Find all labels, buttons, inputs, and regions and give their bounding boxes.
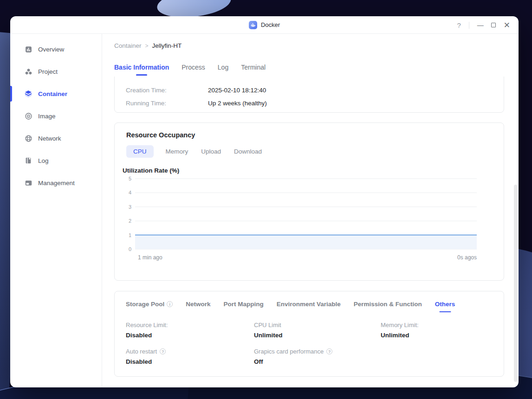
resource-occupancy-card: Resource Occupancy CPU Memory Upload Dow… (114, 122, 504, 281)
container-icon (24, 90, 32, 98)
help-icon[interactable]: ? (457, 21, 461, 29)
sidebar-item-log[interactable]: Log (10, 149, 102, 172)
sidebar-item-label: Project (38, 68, 58, 75)
main-content: Container > Jellyfin-HT Basic Informatio… (102, 34, 519, 387)
tab-basic-information[interactable]: Basic Information (114, 64, 169, 77)
tab-storage-pool-label: Storage Pool (126, 301, 164, 308)
field-graphics-card-performance: Grapics card performance ? Off (254, 348, 381, 365)
sidebar-item-image[interactable]: Image (10, 105, 102, 127)
sidebar-item-label: Container (38, 90, 67, 97)
svg-text:1: 1 (129, 232, 131, 238)
metric-tab-cpu[interactable]: CPU (126, 145, 154, 158)
tab-permission-function[interactable]: Permission & Function (354, 301, 422, 311)
tab-port-mapping[interactable]: Port Mapping (224, 301, 264, 311)
memory-limit-label: Memory Limit: (381, 322, 493, 328)
window-title: Docker (261, 21, 280, 28)
sidebar-item-network[interactable]: Network (10, 127, 102, 149)
sidebar-item-management[interactable]: Management (10, 172, 102, 194)
sidebar-item-overview[interactable]: Overview (10, 38, 102, 60)
info-row-running-time: Running Time: Up 2 weeks (healthy) (126, 97, 493, 109)
svg-text:3: 3 (129, 204, 131, 210)
field-memory-limit: Memory Limit: Unlimited (381, 322, 493, 339)
breadcrumb-container-link[interactable]: Container (114, 42, 142, 49)
info-circle-icon[interactable]: i (167, 301, 173, 307)
svg-text:0: 0 (129, 246, 131, 252)
svg-text:4: 4 (129, 190, 131, 195)
graphics-card-performance-value: Off (254, 358, 381, 365)
detail-tabs: Storage Pool i Network Port Mapping Envi… (126, 301, 493, 311)
creation-time-label: Creation Time: (126, 87, 208, 94)
cpu-limit-value: Unlimited (254, 332, 381, 339)
sidebar-item-label: Image (38, 113, 56, 120)
docker-app-window: Docker ? — ✕ Overview Project (10, 16, 519, 387)
utilization-chart-svg: 0123451 min ago0s agos (124, 175, 491, 268)
sidebar-item-label: Management (38, 180, 75, 187)
auto-restart-label-text: Auto restart (126, 348, 157, 355)
resource-limit-value: Disabled (126, 332, 254, 339)
minimize-icon[interactable]: — (477, 22, 483, 28)
controls-divider (469, 22, 469, 29)
graphics-card-performance-label: Grapics card performance ? (254, 348, 381, 355)
network-icon (24, 134, 32, 142)
metric-tabs: CPU Memory Upload Download (126, 145, 494, 158)
tab-log[interactable]: Log (218, 64, 228, 77)
creation-time-value: 2025-02-10 18:12:40 (208, 87, 266, 94)
resource-limit-label-text: Resource Limit: (126, 322, 168, 328)
page-tabs: Basic Information Process Log Terminal (114, 64, 504, 77)
breadcrumb-current: Jellyfin-HT (152, 42, 182, 49)
metric-tab-memory[interactable]: Memory (165, 145, 189, 158)
project-icon (24, 67, 32, 76)
log-icon (24, 156, 32, 165)
svg-text:0s agos: 0s agos (457, 254, 477, 261)
basic-info-card: Creation Time: 2025-02-10 18:12:40 Runni… (114, 77, 504, 113)
content-scroll-area[interactable]: Creation Time: 2025-02-10 18:12:40 Runni… (114, 77, 504, 387)
close-icon[interactable]: ✕ (504, 21, 510, 29)
metric-tab-download[interactable]: Download (233, 145, 263, 158)
breadcrumb-separator: > (145, 43, 149, 49)
help-circle-icon[interactable]: ? (160, 348, 166, 354)
sidebar-item-container[interactable]: Container (10, 83, 102, 105)
svg-text:2: 2 (129, 218, 131, 224)
cpu-limit-label-text: CPU Limit (254, 322, 281, 328)
tab-process[interactable]: Process (182, 64, 205, 77)
sidebar: Overview Project Container Image (10, 34, 102, 387)
management-icon (24, 179, 32, 187)
graphics-card-performance-label-text: Grapics card performance (254, 348, 324, 355)
utilization-chart: 0123451 min ago0s agos (124, 175, 494, 270)
docker-logo-icon (249, 21, 257, 29)
resource-card-title: Resource Occupancy (126, 131, 494, 139)
sidebar-item-project[interactable]: Project (10, 60, 102, 83)
details-card: Storage Pool i Network Port Mapping Envi… (114, 291, 504, 377)
overview-icon (24, 45, 32, 53)
tab-others[interactable]: Others (435, 301, 455, 311)
running-time-value: Up 2 weeks (healthy) (208, 100, 267, 107)
memory-limit-value: Unlimited (381, 332, 493, 339)
sidebar-item-label: Overview (38, 46, 64, 53)
metric-tab-upload[interactable]: Upload (200, 145, 222, 158)
svg-text:1 min ago: 1 min ago (138, 254, 162, 261)
info-row-creation-time: Creation Time: 2025-02-10 18:12:40 (126, 84, 493, 97)
tab-network[interactable]: Network (186, 301, 210, 311)
field-cpu-limit: CPU Limit Unlimited (254, 322, 381, 339)
field-auto-restart: Auto restart ? Disabled (126, 348, 254, 365)
resource-limit-label: Resource Limit: (126, 322, 254, 328)
breadcrumb: Container > Jellyfin-HT (114, 42, 504, 49)
help-circle-icon[interactable]: ? (326, 348, 332, 354)
title-bar: Docker ? — ✕ (10, 16, 519, 34)
auto-restart-value: Disabled (126, 358, 254, 365)
sidebar-item-label: Log (38, 157, 49, 164)
svg-text:5: 5 (129, 176, 131, 181)
auto-restart-label: Auto restart ? (126, 348, 254, 355)
others-fields: Resource Limit: Disabled CPU Limit Unlim… (126, 322, 493, 365)
maximize-icon[interactable] (491, 23, 496, 27)
memory-limit-label-text: Memory Limit: (381, 322, 419, 328)
tab-terminal[interactable]: Terminal (241, 64, 266, 77)
vertical-scrollbar[interactable] (514, 185, 517, 382)
running-time-label: Running Time: (126, 100, 208, 107)
sidebar-item-label: Network (38, 135, 61, 142)
field-resource-limit: Resource Limit: Disabled (126, 322, 254, 339)
image-icon (24, 112, 32, 120)
chart-title: Utilization Rate (%) (123, 167, 494, 174)
tab-environment-variable[interactable]: Environment Variable (277, 301, 341, 311)
tab-storage-pool[interactable]: Storage Pool i (126, 301, 173, 311)
